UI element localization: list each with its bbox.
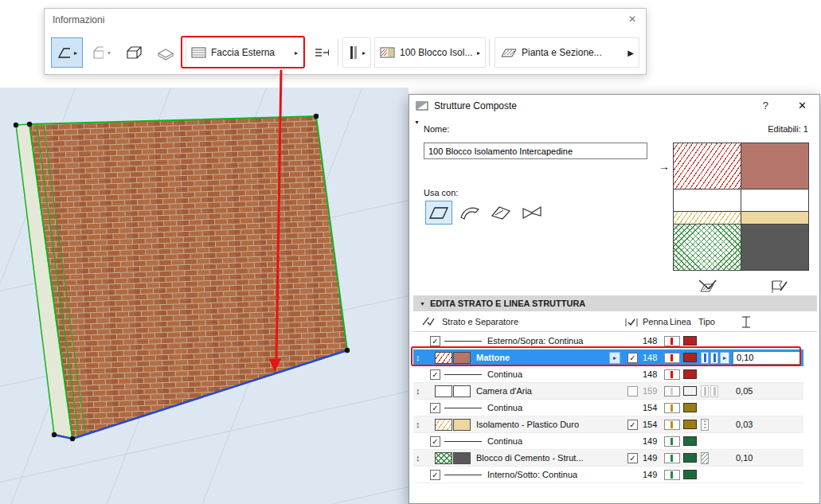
cut-fill-swatch[interactable]: [435, 452, 452, 464]
row-drag-handle-icon[interactable]: ↕: [416, 350, 420, 366]
line-type-swatch[interactable]: [664, 353, 680, 363]
preview-surface-skin[interactable]: [741, 224, 809, 271]
cut-fill-swatch[interactable]: [435, 419, 452, 431]
table-row[interactable]: ✓Continua149: [413, 433, 803, 450]
cut-fill-pencil-icon[interactable]: [699, 279, 718, 295]
line-type-swatch[interactable]: [664, 369, 680, 380]
flyout-arrow-icon[interactable]: ▼: [414, 119, 420, 125]
pen-checkbox[interactable]: [627, 386, 638, 397]
layer-type-icon[interactable]: [701, 385, 709, 397]
layer-expand-button[interactable]: ▸: [609, 352, 620, 364]
line-type-swatch[interactable]: [664, 420, 680, 430]
composite-name-input[interactable]: [424, 143, 647, 159]
table-row[interactable]: ✓Esterno/Sopra: Continua148: [413, 333, 803, 350]
line-visibility-checkbox[interactable]: ✓: [430, 336, 440, 346]
table-row[interactable]: ↕Isolamento - Plastico Duro✓1540,03: [413, 416, 803, 433]
geometry-method-button-4[interactable]: [150, 37, 180, 68]
geometry-method-button-2[interactable]: ▾: [84, 37, 116, 68]
layer-label: Isolamento - Plastico Duro: [476, 416, 579, 433]
column-linea: Linea: [670, 317, 691, 326]
pen-color-swatch[interactable]: [683, 386, 697, 396]
line-type-swatch[interactable]: [664, 403, 680, 413]
preview-surface-skin[interactable]: [741, 211, 809, 225]
line-type-swatch[interactable]: [664, 470, 680, 480]
separator-label: Esterno/Sopra: Continua: [487, 333, 583, 350]
use-with-shell-button[interactable]: [456, 201, 483, 225]
pen-color-swatch[interactable]: [683, 420, 697, 429]
use-with-wall-button[interactable]: [425, 201, 452, 225]
help-button[interactable]: ?: [763, 100, 768, 111]
geometry-method-button-3[interactable]: [118, 37, 148, 68]
pen-color-swatch[interactable]: [683, 436, 697, 446]
line-type-swatch[interactable]: [664, 436, 680, 447]
display-mode-button[interactable]: Pianta e Sezione... ▶: [495, 37, 639, 68]
table-row[interactable]: ✓Continua154: [413, 400, 803, 416]
close-button[interactable]: ✕: [798, 100, 807, 111]
preview-surface-skin[interactable]: [741, 143, 809, 189]
faccia-esterna-button[interactable]: Faccia Esterna ▸: [186, 37, 303, 68]
surface-swatch[interactable]: [453, 352, 471, 364]
table-row[interactable]: ✓Continua148: [413, 366, 803, 383]
preview-cut-skin[interactable]: [673, 211, 741, 225]
preview-cut-skin[interactable]: [673, 189, 741, 212]
line-visibility-checkbox[interactable]: ✓: [430, 369, 440, 380]
pen-color-swatch[interactable]: [683, 369, 697, 379]
row-drag-handle-icon[interactable]: ↕: [416, 416, 420, 433]
info-toolbar-titlebar[interactable]: Informazioni ✕: [45, 9, 646, 31]
wall-tool-button[interactable]: ▸: [342, 37, 371, 68]
layer-type-icon[interactable]: [710, 385, 718, 397]
use-with-mesh-button[interactable]: [518, 201, 545, 225]
surface-swatch[interactable]: [453, 452, 471, 464]
thickness-value[interactable]: 0,10: [733, 351, 801, 365]
composite-dialog-icon: [416, 100, 428, 112]
pen-color-swatch[interactable]: [683, 403, 697, 412]
line-type-swatch[interactable]: [664, 453, 680, 463]
shell-icon: [459, 204, 481, 221]
layer-type-icon[interactable]: [701, 352, 709, 364]
surface-pencil-icon[interactable]: [769, 279, 788, 295]
3d-scene[interactable]: [0, 88, 409, 504]
dropdown-arrow-icon: ▶: [627, 49, 634, 57]
pen-color-swatch[interactable]: [683, 453, 697, 463]
row-drag-handle-icon[interactable]: ↕: [416, 450, 420, 467]
pen-checkbox[interactable]: ✓: [627, 353, 638, 363]
line-visibility-checkbox[interactable]: ✓: [430, 436, 440, 447]
surface-swatch[interactable]: [453, 419, 471, 431]
pen-checkbox[interactable]: ✓: [627, 420, 638, 430]
pen-color-swatch[interactable]: [683, 470, 697, 479]
layer-type-icon[interactable]: [701, 452, 709, 464]
layer-type-icon[interactable]: [701, 419, 709, 431]
line-type-swatch[interactable]: [664, 336, 680, 346]
table-row[interactable]: ✓Interno/Sotto: Continua149: [413, 467, 803, 483]
layer-type-icon[interactable]: [710, 352, 718, 364]
inject-parameters-button[interactable]: [307, 37, 334, 68]
type-expand-button[interactable]: ▸: [720, 352, 729, 364]
pen-color-swatch[interactable]: [683, 353, 697, 362]
preview-cut-skin[interactable]: [673, 143, 741, 189]
dialog-titlebar[interactable]: Strutture Composte ? ✕: [409, 95, 819, 117]
use-with-roof-button[interactable]: [487, 201, 514, 225]
line-visibility-checkbox[interactable]: ✓: [430, 470, 440, 480]
line-type-swatch[interactable]: [664, 386, 680, 397]
pen-color-swatch[interactable]: [683, 336, 697, 346]
viewport-3d[interactable]: [0, 88, 409, 504]
edit-skin-section-header[interactable]: ▼ EDITA STRATO E LINEA STRUTTURA: [413, 295, 817, 311]
close-icon[interactable]: ✕: [628, 14, 636, 25]
geometry-method-button-1[interactable]: ▸: [51, 37, 83, 68]
row-drag-handle-icon[interactable]: ↕: [416, 383, 420, 400]
wall-front-face[interactable]: [29, 116, 347, 439]
table-row[interactable]: ↕Camera d'Aria1590,05: [413, 383, 803, 400]
table-row[interactable]: ↕Mattone▸✓148▸0,10: [413, 350, 803, 366]
table-row[interactable]: ↕Blocco di Cemento - Strut...✓1490,10: [413, 450, 803, 467]
hatch-plan-icon: [500, 47, 518, 59]
preview-surface-skin[interactable]: [741, 189, 809, 212]
dialog-title: Strutture Composte: [434, 100, 517, 111]
cut-fill-swatch[interactable]: [435, 352, 452, 364]
preview-cut-skin[interactable]: [673, 224, 741, 271]
column-strato: Strato e Separatore: [442, 317, 518, 326]
surface-swatch[interactable]: [453, 385, 471, 397]
composite-select-button[interactable]: 100 Blocco Isol... ▸: [374, 37, 486, 68]
cut-fill-swatch[interactable]: [435, 385, 452, 397]
line-visibility-checkbox[interactable]: ✓: [430, 403, 440, 413]
pen-checkbox[interactable]: ✓: [627, 453, 638, 463]
